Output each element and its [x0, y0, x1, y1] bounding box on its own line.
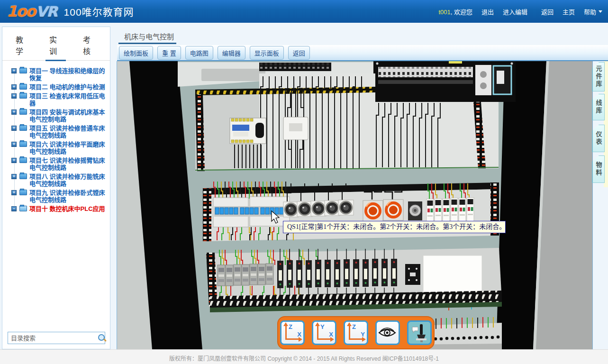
tree-item-label: 项目八 识读并检修万能铣床电气控制线路: [29, 173, 105, 187]
search-icon[interactable]: [97, 333, 103, 343]
circuit-breaker-group-qs1[interactable]: [213, 197, 290, 227]
plc-label: [449, 61, 462, 64]
username: t001: [438, 9, 450, 16]
push-button-1[interactable]: [283, 202, 299, 217]
user-greeting: t001, 欢迎您: [438, 7, 472, 16]
push-button-3[interactable]: [311, 201, 326, 216]
tree-item-label: 项目九 识读并检修卧式镗床电气控制线路: [29, 189, 105, 203]
site-logo[interactable]: 1oo VR: [7, 2, 57, 20]
tab-assessment[interactable]: 考核: [76, 33, 102, 60]
3d-scene: [117, 61, 592, 349]
contactor-group[interactable]: [218, 264, 273, 286]
folder-icon: [19, 68, 27, 73]
top-panel-bar: [201, 69, 265, 81]
help-menu[interactable]: 帮助: [584, 7, 602, 16]
view-zy-button[interactable]: Z Y: [344, 320, 368, 345]
sidebar-item-project-6[interactable]: + 项目六 识读并检修平面磨床电气控制线路: [2, 140, 108, 156]
chevron-down-icon: [599, 10, 602, 13]
plus-icon[interactable]: +: [11, 84, 17, 90]
push-button-4[interactable]: [325, 200, 340, 216]
sidebar-item-project-8[interactable]: + 项目八 识读并检修万能铣床电气控制线路: [2, 172, 108, 188]
page-title: 机床与电气控制: [124, 31, 174, 41]
tab-practice[interactable]: 实训: [43, 33, 69, 60]
selector-button[interactable]: [408, 201, 422, 220]
axis-zy-icon: Z Y: [345, 322, 367, 344]
catalog-search-box: [8, 332, 105, 344]
emergency-stop-button-1[interactable]: [363, 200, 383, 221]
plus-icon[interactable]: +: [11, 68, 17, 73]
push-button-2[interactable]: [297, 201, 312, 217]
enter-edit-link[interactable]: 进入编辑: [503, 7, 527, 16]
3d-viewport[interactable]: QS1[正常]第1个开关：未闭合。第2个开关：未闭合。第3个开关：未闭合。 Z …: [117, 61, 593, 349]
status-tooltip: QS1[正常]第1个开关：未闭合。第2个开关：未闭合。第3个开关：未闭合。: [283, 221, 506, 233]
footer: 版权所有：厦门凤凰创壹软件有限公司 Copyright © 2014 - 201…: [0, 349, 608, 364]
editor-button[interactable]: 编辑器: [218, 46, 245, 60]
sidebar-item-project-4[interactable]: + 项目四 安装与调试机床基本电气控制电路: [2, 108, 108, 124]
sidebar-item-project-1[interactable]: + 项目一 导线连接和绝缘层的恢复: [2, 66, 108, 82]
axis-zx-icon: Z X: [281, 322, 303, 344]
axis-yx-icon: Y X: [313, 322, 335, 344]
eye-view-button[interactable]: [375, 320, 400, 345]
folder-icon: [19, 141, 27, 147]
help-label: 帮助: [584, 7, 596, 16]
sidebar-tabs: 教学 实训 考核: [2, 27, 110, 61]
plus-icon[interactable]: +: [11, 142, 17, 147]
junction-box[interactable]: [405, 264, 420, 285]
folder-icon: [19, 190, 27, 195]
emergency-stop-button-2[interactable]: [383, 200, 403, 220]
tab-materials[interactable]: 物料: [592, 155, 605, 183]
scene-toolbar: 绘制面板 重 置 电路图 编辑器 显示面板 返回: [117, 45, 608, 61]
project-tree: + 项目一 导线连接和绝缘层的恢复 + 项目二 电动机的维护与检测 + 项目三 …: [2, 61, 110, 213]
folder-icon: [19, 125, 27, 131]
plus-icon[interactable]: +: [11, 109, 17, 115]
plus-icon[interactable]: +: [11, 158, 17, 163]
sidebar-item-project-2[interactable]: + 项目二 电动机的维护与检测: [2, 82, 108, 91]
tab-teaching[interactable]: 教学: [9, 33, 35, 60]
plc-unit[interactable]: [373, 61, 516, 102]
tree-item-label: 项目六 识读并检修平面磨床电气控制线路: [29, 141, 105, 155]
view-yx-button[interactable]: Y X: [312, 320, 336, 345]
top-terminal-ticks: [259, 63, 331, 71]
home-link[interactable]: 主页: [563, 7, 575, 16]
search-input[interactable]: [8, 335, 97, 342]
folder-icon: [19, 93, 27, 99]
draw-panel-button[interactable]: 绘制面板: [119, 46, 153, 60]
tree-item-label: 项目七 识读并检修摇臂钻床电气控制线路: [29, 157, 105, 171]
back-link[interactable]: 返回: [541, 7, 554, 16]
plus-icon[interactable]: +: [11, 126, 17, 131]
top-header-bar: 1oo VR 100唯尔教育网 t001, 欢迎您 退出 进入编辑 返回 主页 …: [0, 0, 608, 23]
push-button-5[interactable]: [338, 200, 354, 215]
tree-item-label: 项目二 电动机的维护与检测: [29, 83, 105, 91]
plus-icon[interactable]: +: [11, 174, 17, 179]
logout-link[interactable]: 退出: [481, 7, 494, 16]
sidebar-item-project-3[interactable]: + 项目三 检查机床常用低压电器: [2, 91, 108, 108]
reset-button[interactable]: 重 置: [157, 46, 181, 60]
eye-icon: [377, 322, 398, 343]
sidebar-item-project-9[interactable]: + 项目九 识读并检修卧式镗床电气控制线路: [2, 188, 108, 204]
sidebar-item-project-5[interactable]: + 项目五 识读并检修普通车床电气控制线路: [2, 124, 108, 140]
tab-component-library[interactable]: 元件库: [592, 62, 605, 91]
tree-item-label: 项目一 导线连接和绝缘层的恢复: [29, 67, 105, 82]
folder-icon: [19, 157, 27, 163]
tree-item-label: 项目四 安装与调试机床基本电气控制电路: [29, 109, 105, 123]
view-zx-button[interactable]: Z X: [280, 320, 305, 345]
folder-icon: [19, 109, 27, 115]
sidebar-item-project-10[interactable]: − 项目十 数控机床中PLC应用: [2, 204, 108, 213]
return-button[interactable]: 返回: [288, 46, 310, 60]
site-name: 100唯尔教育网: [64, 4, 134, 18]
duct-switch-left: [203, 188, 211, 241]
circuit-diagram-button[interactable]: 电路图: [185, 46, 213, 60]
tab-instruments[interactable]: 仪表: [592, 125, 605, 152]
folder-icon: [19, 84, 27, 90]
logo-vr-icon: VR: [36, 3, 57, 20]
open-folder-icon: [19, 206, 27, 211]
plus-icon[interactable]: +: [11, 93, 17, 99]
tab-wire-library[interactable]: 线库: [592, 94, 605, 120]
sidebar-item-project-7[interactable]: + 项目七 识读并检修摇臂钻床电气控制线路: [2, 156, 108, 172]
plus-icon[interactable]: +: [11, 190, 17, 195]
terminal-row: [206, 248, 502, 312]
minus-icon[interactable]: −: [11, 206, 17, 211]
tree-item-label: 项目三 检查机床常用低压电器: [29, 92, 105, 107]
display-panel-button[interactable]: 显示面板: [250, 46, 284, 60]
probe-tool-button[interactable]: [407, 320, 432, 345]
